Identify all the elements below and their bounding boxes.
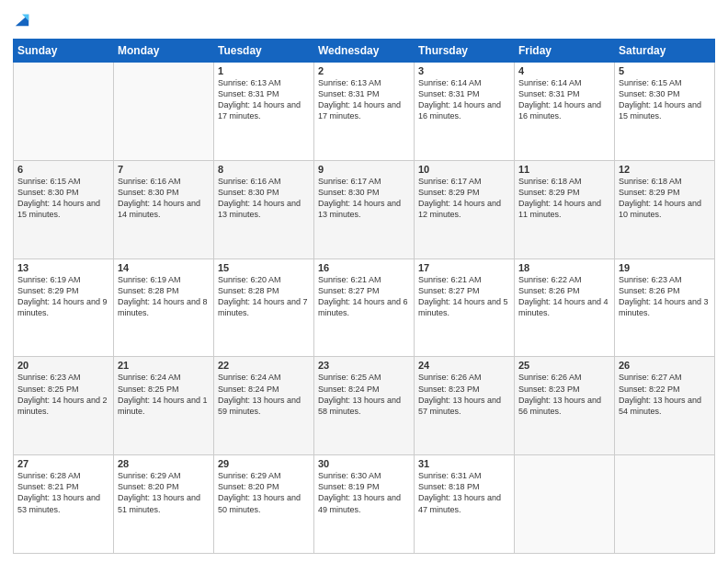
calendar-cell: 18Sunrise: 6:22 AM Sunset: 8:26 PM Dayli… [515,259,615,357]
day-number: 12 [619,164,711,175]
day-info: Sunrise: 6:16 AM Sunset: 8:30 PM Dayligh… [218,176,310,221]
day-info: Sunrise: 6:30 AM Sunset: 8:19 PM Dayligh… [318,470,410,515]
day-number: 23 [318,360,410,371]
calendar-table: SundayMondayTuesdayWednesdayThursdayFrid… [13,39,715,554]
calendar-cell: 5Sunrise: 6:15 AM Sunset: 8:30 PM Daylig… [615,63,715,161]
day-number: 22 [218,360,310,371]
day-info: Sunrise: 6:15 AM Sunset: 8:30 PM Dayligh… [17,176,109,221]
calendar-cell: 19Sunrise: 6:23 AM Sunset: 8:26 PM Dayli… [615,259,715,357]
header [13,9,715,33]
day-info: Sunrise: 6:14 AM Sunset: 8:31 PM Dayligh… [518,77,610,122]
calendar-cell [515,455,615,554]
weekday-wednesday: Wednesday [314,40,415,63]
day-info: Sunrise: 6:14 AM Sunset: 8:31 PM Dayligh… [418,77,510,122]
weekday-monday: Monday [114,40,214,63]
calendar-cell: 16Sunrise: 6:21 AM Sunset: 8:27 PM Dayli… [314,259,415,357]
day-info: Sunrise: 6:13 AM Sunset: 8:31 PM Dayligh… [318,77,410,122]
calendar-cell: 6Sunrise: 6:15 AM Sunset: 8:30 PM Daylig… [14,160,114,259]
day-number: 1 [218,65,310,76]
day-info: Sunrise: 6:13 AM Sunset: 8:31 PM Dayligh… [218,77,310,122]
calendar-cell: 17Sunrise: 6:21 AM Sunset: 8:27 PM Dayli… [415,259,515,357]
day-number: 14 [118,262,210,273]
day-number: 6 [17,164,109,175]
day-info: Sunrise: 6:29 AM Sunset: 8:20 PM Dayligh… [118,470,210,515]
day-info: Sunrise: 6:24 AM Sunset: 8:24 PM Dayligh… [218,372,310,417]
day-number: 30 [318,458,410,469]
day-number: 17 [418,262,510,273]
day-number: 27 [17,458,109,469]
day-number: 7 [118,164,210,175]
day-info: Sunrise: 6:25 AM Sunset: 8:24 PM Dayligh… [318,372,410,417]
day-number: 19 [619,262,711,273]
day-info: Sunrise: 6:17 AM Sunset: 8:29 PM Dayligh… [418,176,510,221]
day-number: 24 [418,360,510,371]
calendar-cell: 4Sunrise: 6:14 AM Sunset: 8:31 PM Daylig… [515,63,615,161]
day-info: Sunrise: 6:23 AM Sunset: 8:26 PM Dayligh… [619,274,711,319]
day-info: Sunrise: 6:31 AM Sunset: 8:18 PM Dayligh… [418,470,510,515]
day-info: Sunrise: 6:26 AM Sunset: 8:23 PM Dayligh… [518,372,610,417]
day-info: Sunrise: 6:16 AM Sunset: 8:30 PM Dayligh… [118,176,210,221]
day-number: 5 [619,65,711,76]
calendar-cell: 10Sunrise: 6:17 AM Sunset: 8:29 PM Dayli… [415,160,515,259]
day-info: Sunrise: 6:29 AM Sunset: 8:20 PM Dayligh… [218,470,310,515]
day-info: Sunrise: 6:21 AM Sunset: 8:27 PM Dayligh… [418,274,510,319]
day-number: 21 [118,360,210,371]
day-info: Sunrise: 6:19 AM Sunset: 8:29 PM Dayligh… [17,274,109,319]
calendar-cell: 24Sunrise: 6:26 AM Sunset: 8:23 PM Dayli… [415,357,515,455]
day-number: 2 [318,65,410,76]
calendar-cell: 30Sunrise: 6:30 AM Sunset: 8:19 PM Dayli… [314,455,415,554]
calendar-cell: 29Sunrise: 6:29 AM Sunset: 8:20 PM Dayli… [214,455,314,554]
calendar-cell [14,63,114,161]
calendar-cell: 13Sunrise: 6:19 AM Sunset: 8:29 PM Dayli… [14,259,114,357]
weekday-header-row: SundayMondayTuesdayWednesdayThursdayFrid… [14,40,715,63]
week-row-5: 27Sunrise: 6:28 AM Sunset: 8:21 PM Dayli… [14,455,715,554]
calendar-cell: 26Sunrise: 6:27 AM Sunset: 8:22 PM Dayli… [615,357,715,455]
calendar-cell: 2Sunrise: 6:13 AM Sunset: 8:31 PM Daylig… [314,63,415,161]
day-number: 8 [218,164,310,175]
day-number: 11 [518,164,610,175]
calendar-cell: 1Sunrise: 6:13 AM Sunset: 8:31 PM Daylig… [214,63,314,161]
day-info: Sunrise: 6:22 AM Sunset: 8:26 PM Dayligh… [518,274,610,319]
calendar-cell: 9Sunrise: 6:17 AM Sunset: 8:30 PM Daylig… [314,160,415,259]
week-row-1: 1Sunrise: 6:13 AM Sunset: 8:31 PM Daylig… [14,63,715,161]
day-number: 26 [619,360,711,371]
day-number: 3 [418,65,510,76]
calendar-cell: 8Sunrise: 6:16 AM Sunset: 8:30 PM Daylig… [214,160,314,259]
weekday-friday: Friday [515,40,615,63]
day-info: Sunrise: 6:19 AM Sunset: 8:28 PM Dayligh… [118,274,210,319]
calendar-cell: 25Sunrise: 6:26 AM Sunset: 8:23 PM Dayli… [515,357,615,455]
day-number: 4 [518,65,610,76]
day-number: 13 [17,262,109,273]
day-number: 31 [418,458,510,469]
weekday-thursday: Thursday [415,40,515,63]
calendar-cell: 22Sunrise: 6:24 AM Sunset: 8:24 PM Dayli… [214,357,314,455]
day-info: Sunrise: 6:17 AM Sunset: 8:30 PM Dayligh… [318,176,410,221]
day-number: 25 [518,360,610,371]
day-number: 16 [318,262,410,273]
day-info: Sunrise: 6:23 AM Sunset: 8:25 PM Dayligh… [17,372,109,417]
page: SundayMondayTuesdayWednesdayThursdayFrid… [0,0,728,563]
day-info: Sunrise: 6:27 AM Sunset: 8:22 PM Dayligh… [619,372,711,417]
calendar-cell: 12Sunrise: 6:18 AM Sunset: 8:29 PM Dayli… [615,160,715,259]
calendar-cell: 28Sunrise: 6:29 AM Sunset: 8:20 PM Dayli… [114,455,214,554]
day-info: Sunrise: 6:18 AM Sunset: 8:29 PM Dayligh… [619,176,711,221]
calendar-cell: 7Sunrise: 6:16 AM Sunset: 8:30 PM Daylig… [114,160,214,259]
calendar-cell: 3Sunrise: 6:14 AM Sunset: 8:31 PM Daylig… [415,63,515,161]
calendar-cell: 15Sunrise: 6:20 AM Sunset: 8:28 PM Dayli… [214,259,314,357]
day-number: 18 [518,262,610,273]
week-row-3: 13Sunrise: 6:19 AM Sunset: 8:29 PM Dayli… [14,259,715,357]
day-info: Sunrise: 6:21 AM Sunset: 8:27 PM Dayligh… [318,274,410,319]
day-number: 9 [318,164,410,175]
calendar-cell: 14Sunrise: 6:19 AM Sunset: 8:28 PM Dayli… [114,259,214,357]
day-number: 29 [218,458,310,469]
day-number: 28 [118,458,210,469]
day-number: 15 [218,262,310,273]
day-number: 20 [17,360,109,371]
calendar-cell: 27Sunrise: 6:28 AM Sunset: 8:21 PM Dayli… [14,455,114,554]
weekday-tuesday: Tuesday [214,40,314,63]
logo-icon [14,9,30,29]
calendar-cell: 21Sunrise: 6:24 AM Sunset: 8:25 PM Dayli… [114,357,214,455]
calendar-cell: 20Sunrise: 6:23 AM Sunset: 8:25 PM Dayli… [14,357,114,455]
day-number: 10 [418,164,510,175]
day-info: Sunrise: 6:20 AM Sunset: 8:28 PM Dayligh… [218,274,310,319]
